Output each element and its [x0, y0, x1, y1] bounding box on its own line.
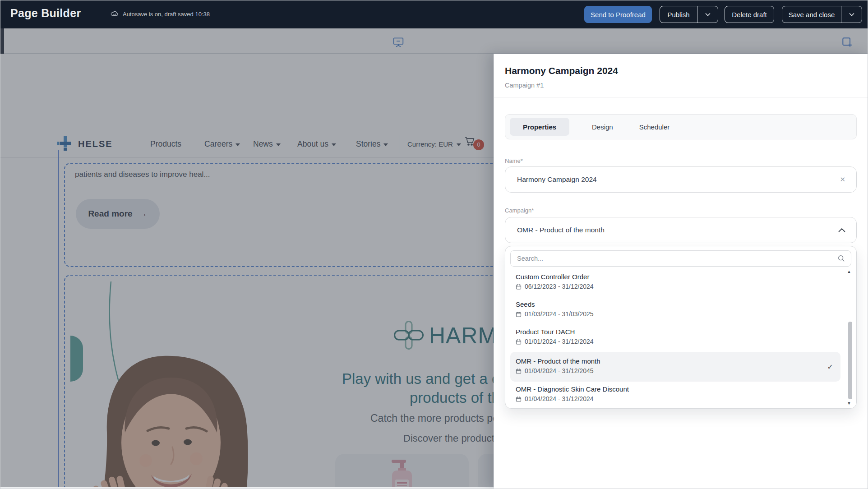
panel-title: Harmony Campaign 2024: [505, 65, 618, 76]
campaign-options-list: Custom Controller Order 06/12/2023 - 31/…: [510, 269, 840, 409]
campaign-select-value: OMR - Product of the month: [517, 226, 838, 234]
autosave-sync-icon: [110, 9, 119, 18]
publish-button[interactable]: Publish: [660, 6, 718, 23]
campaign-select[interactable]: OMR - Product of the month: [505, 217, 857, 243]
currency-selector: Currency: EUR: [407, 140, 461, 148]
left-edge-strip: [0, 28, 4, 54]
campaign-option-selected[interactable]: OMR - Product of the month 01/04/2024 - …: [510, 352, 840, 382]
site-nav-news: News: [253, 139, 281, 149]
tab-properties[interactable]: Properties: [510, 118, 569, 136]
app-title: Page Builder: [10, 7, 81, 20]
app-header: Page Builder Autosave is on, draft saved…: [0, 0, 868, 28]
page-builder-window: HELSE Products Careers News About us Sto…: [0, 0, 868, 489]
campaign-subline2: Discover the products: [403, 433, 499, 444]
cart-count-badge: 0: [473, 139, 484, 150]
harmony-logo-icon: [394, 321, 424, 350]
calendar-icon: [516, 368, 522, 374]
builder-toolbar: [0, 28, 868, 54]
check-icon: ✓: [827, 363, 833, 371]
chevron-down-icon: [849, 13, 854, 16]
site-brand: HELSE: [78, 139, 113, 149]
chevron-down-icon: [276, 143, 281, 146]
calendar-icon: [516, 284, 522, 290]
save-dropdown-toggle[interactable]: [841, 6, 862, 23]
search-icon: [837, 254, 845, 263]
desktop-icon: [391, 35, 406, 49]
search-input[interactable]: [512, 255, 837, 262]
campaign-photo: [68, 342, 258, 489]
panel-subtitle: Campaign #1: [505, 82, 544, 89]
panel-tabs: Properties Design Scheduler: [505, 114, 857, 139]
read-more-button: Read more →: [76, 199, 160, 229]
site-nav-careers: Careers: [204, 139, 240, 149]
harmony-wordmark: HARM: [429, 323, 497, 349]
chevron-down-icon: [383, 143, 388, 146]
publish-dropdown-toggle[interactable]: [697, 6, 718, 23]
campaign-field-label: Campaign*: [505, 207, 534, 214]
helse-logo-icon: [57, 135, 74, 152]
dropdown-search[interactable]: [510, 250, 851, 267]
autosave-status: Autosave is on, draft saved 10:38: [110, 9, 210, 18]
campaign-option[interactable]: Seeds 01/03/2024 - 31/03/2025: [510, 297, 840, 324]
bottom-edge-strip: [0, 487, 494, 489]
tab-design[interactable]: Design: [592, 123, 613, 131]
chevron-up-icon: [838, 228, 845, 232]
chevron-down-icon: [332, 143, 336, 146]
name-field-value: Harmony Campaign 2024: [517, 175, 840, 184]
panel-divider: [494, 97, 868, 97]
calendar-icon: [516, 311, 522, 317]
chevron-down-icon: [235, 143, 240, 146]
site-nav-about-us: About us: [297, 139, 336, 149]
calendar-icon: [516, 396, 522, 402]
delete-draft-button[interactable]: Delete draft: [725, 6, 774, 23]
product-bottle-image: [386, 459, 418, 489]
site-nav-stories: Stories: [356, 139, 388, 149]
send-to-proofread-button[interactable]: Send to Proofread: [584, 6, 652, 23]
chevron-down-icon: [705, 13, 711, 16]
intro-teaser-text: patients and diseases to improve heal...: [75, 170, 210, 179]
scroll-up-icon[interactable]: ▲: [846, 269, 852, 274]
dropdown-scrollbar-thumb[interactable]: [848, 322, 852, 399]
campaign-option[interactable]: Custom Controller Order 06/12/2023 - 31/…: [510, 269, 840, 297]
arrow-right-icon: →: [139, 209, 148, 219]
calendar-icon: [516, 339, 522, 345]
nav-divider: [400, 135, 400, 153]
tab-scheduler[interactable]: Scheduler: [639, 123, 670, 131]
chevron-down-icon: [457, 143, 461, 146]
scroll-down-icon[interactable]: ▼: [846, 401, 852, 406]
name-field-label: Name*: [505, 157, 523, 164]
clear-name-icon[interactable]: ✕: [840, 175, 845, 184]
campaign-option[interactable]: Product Tour DACH 01/01/2024 - 31/12/202…: [510, 324, 840, 352]
campaign-subline1: Catch the more products possi: [370, 412, 511, 424]
site-nav-products: Products: [150, 139, 181, 149]
save-and-close-button[interactable]: Save and close: [782, 6, 862, 23]
selected-element-indicator: [58, 150, 59, 489]
campaign-option[interactable]: OMR - Diagnostic Skin Care Discount 01/0…: [510, 382, 840, 409]
panel-add-icon: [840, 35, 854, 49]
name-field[interactable]: Harmony Campaign 2024 ✕: [505, 166, 857, 193]
